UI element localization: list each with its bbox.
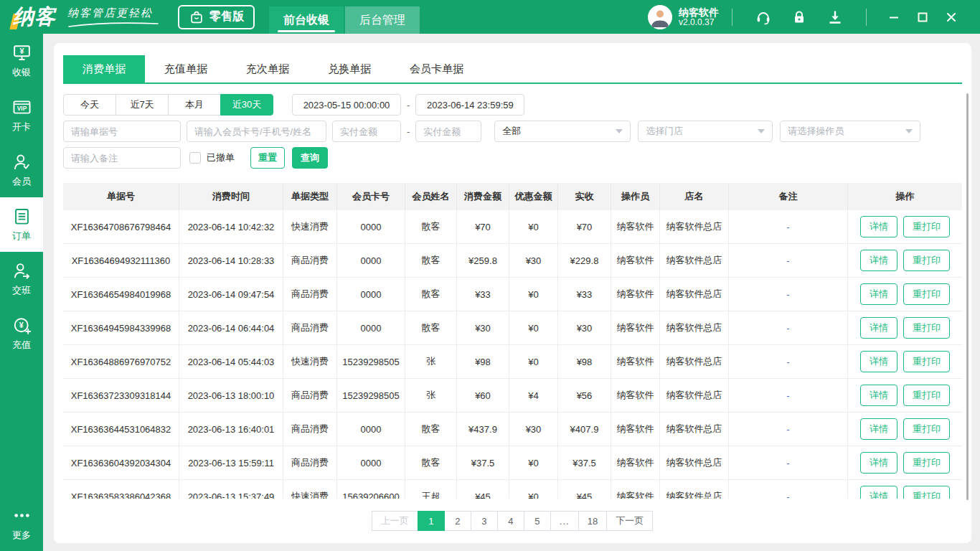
cell-type: 商品消费 bbox=[283, 379, 337, 412]
reprint-button[interactable]: 重打印 bbox=[903, 317, 950, 339]
reprint-button[interactable]: 重打印 bbox=[903, 452, 950, 474]
cell-actions: 详情 重打印 bbox=[848, 345, 962, 378]
sidebar-item-recharge[interactable]: ¥ 充值 bbox=[0, 306, 43, 361]
cell-amount: ¥33 bbox=[457, 278, 509, 311]
page-button[interactable]: ... bbox=[550, 511, 579, 531]
detail-button[interactable]: 详情 bbox=[860, 283, 897, 305]
sidebar-item-open-card[interactable]: VIP 开卡 bbox=[0, 88, 43, 143]
cell-card-no: 0000 bbox=[337, 278, 405, 311]
store-select[interactable]: 选择门店 bbox=[638, 121, 773, 142]
reprint-button[interactable]: 重打印 bbox=[903, 351, 950, 372]
search-button[interactable]: 查询 bbox=[292, 147, 328, 169]
customer-service-icon[interactable] bbox=[755, 9, 772, 26]
header-card-no: 会员卡号 bbox=[337, 183, 405, 210]
reprint-button[interactable]: 重打印 bbox=[903, 250, 950, 271]
detail-button[interactable]: 详情 bbox=[860, 418, 897, 440]
tab-recharge-orders[interactable]: 充值单据 bbox=[145, 55, 227, 83]
top-bar: 纳客 纳客管店更轻松 零售版 前台收银 后台管理 纳客软件 v2.0.0.37 bbox=[0, 0, 980, 34]
page-button[interactable]: 4 bbox=[497, 511, 524, 531]
remark-input[interactable] bbox=[63, 147, 181, 169]
tab-front-cashier[interactable]: 前台收银 bbox=[269, 6, 344, 34]
cell-discount: ¥0 bbox=[509, 278, 558, 311]
date-to-input[interactable] bbox=[415, 94, 524, 116]
svg-text:¥: ¥ bbox=[19, 47, 24, 55]
cell-order-no: XF16364945984339968 bbox=[63, 311, 179, 344]
cell-paid: ¥45 bbox=[558, 480, 611, 499]
table-row: XF16364945984339968 2023-06-14 06:44:04 … bbox=[63, 311, 962, 345]
range-month-button[interactable]: 本月 bbox=[168, 94, 221, 116]
cell-amount: ¥45 bbox=[457, 480, 509, 499]
cell-operator: 纳客软件 bbox=[611, 480, 660, 499]
quick-range-group: 今天 近7天 本月 近30天 bbox=[63, 94, 273, 116]
range-today-button[interactable]: 今天 bbox=[63, 94, 116, 116]
order-no-input[interactable] bbox=[63, 121, 181, 142]
app-logo: 纳客 bbox=[13, 3, 56, 32]
edition-button[interactable]: 零售版 bbox=[178, 5, 255, 29]
detail-button[interactable]: 详情 bbox=[860, 385, 897, 406]
maximize-button[interactable] bbox=[908, 3, 937, 32]
scrollbar[interactable] bbox=[966, 93, 969, 500]
cell-store: 纳客软件总店 bbox=[660, 413, 729, 446]
tab-consume-orders[interactable]: 消费单据 bbox=[63, 55, 145, 83]
page-button[interactable]: 上一页 bbox=[372, 511, 418, 531]
tab-times-orders[interactable]: 充次单据 bbox=[227, 55, 308, 83]
reset-button[interactable]: 重置 bbox=[250, 147, 285, 169]
reprint-button[interactable]: 重打印 bbox=[903, 486, 950, 499]
sidebar-item-shift[interactable]: 交班 bbox=[0, 252, 43, 306]
cell-actions: 详情 重打印 bbox=[848, 210, 962, 243]
scrollbar-thumb[interactable] bbox=[966, 93, 969, 500]
detail-button[interactable]: 详情 bbox=[860, 351, 897, 372]
sidebar-item-member[interactable]: 会员 bbox=[0, 143, 43, 197]
detail-button[interactable]: 详情 bbox=[860, 250, 897, 271]
detail-button[interactable]: 详情 bbox=[860, 486, 897, 499]
page-button[interactable]: 下一页 bbox=[606, 511, 653, 531]
reprint-button[interactable]: 重打印 bbox=[903, 418, 950, 440]
close-button[interactable] bbox=[937, 3, 966, 32]
range-30days-button[interactable]: 近30天 bbox=[220, 94, 273, 116]
avatar[interactable] bbox=[648, 5, 672, 29]
operator-select[interactable]: 请选择操作员 bbox=[780, 121, 920, 142]
revoked-label: 已撤单 bbox=[207, 151, 235, 164]
sidebar-item-label: 充值 bbox=[12, 339, 31, 352]
sidebar-item-more[interactable]: 更多 bbox=[0, 501, 43, 547]
cell-type: 商品消费 bbox=[283, 413, 337, 446]
detail-button[interactable]: 详情 bbox=[860, 317, 897, 339]
member-search-input[interactable] bbox=[187, 121, 326, 142]
page-button[interactable]: 18 bbox=[578, 511, 607, 531]
lock-icon[interactable] bbox=[791, 9, 808, 26]
cell-time: 2023-06-14 10:42:32 bbox=[179, 210, 283, 243]
page-button[interactable]: 1 bbox=[418, 511, 445, 531]
cell-discount: ¥4 bbox=[509, 379, 558, 412]
page-button[interactable]: 2 bbox=[444, 511, 471, 531]
page-button[interactable]: 5 bbox=[524, 511, 551, 531]
sidebar-item-orders[interactable]: 订单 bbox=[0, 197, 43, 252]
cell-type: 快速消费 bbox=[283, 345, 337, 378]
tab-member-card-orders[interactable]: 会员卡单据 bbox=[390, 55, 483, 83]
range-7days-button[interactable]: 近7天 bbox=[116, 94, 169, 116]
cell-remark: - bbox=[729, 210, 848, 243]
minimize-button[interactable] bbox=[880, 3, 908, 32]
cell-store: 纳客软件总店 bbox=[660, 311, 729, 344]
revoked-checkbox[interactable] bbox=[189, 152, 201, 164]
download-icon[interactable] bbox=[826, 9, 844, 26]
cell-actions: 详情 重打印 bbox=[848, 379, 962, 412]
date-from-input[interactable] bbox=[292, 94, 401, 116]
cell-actions: 详情 重打印 bbox=[848, 413, 962, 446]
detail-button[interactable]: 详情 bbox=[860, 216, 897, 237]
reprint-button[interactable]: 重打印 bbox=[903, 283, 950, 305]
tab-back-management[interactable]: 后台管理 bbox=[345, 6, 420, 34]
date-range-separator: - bbox=[407, 100, 410, 110]
reprint-button[interactable]: 重打印 bbox=[903, 216, 950, 237]
page-button[interactable]: 3 bbox=[471, 511, 498, 531]
reprint-button[interactable]: 重打印 bbox=[903, 385, 950, 406]
detail-button[interactable]: 详情 bbox=[860, 452, 897, 474]
order-type-select[interactable]: 全部 bbox=[494, 121, 631, 142]
amount-max-input[interactable] bbox=[415, 121, 481, 142]
revoked-checkbox-wrap[interactable]: 已撤单 bbox=[189, 151, 235, 164]
user-meta: 纳客软件 v2.0.0.37 bbox=[679, 6, 719, 28]
cell-remark: - bbox=[729, 311, 848, 344]
amount-min-input[interactable] bbox=[332, 121, 401, 142]
sidebar-item-cashier[interactable]: ¥ 收银 bbox=[0, 34, 43, 88]
tab-exchange-orders[interactable]: 兑换单据 bbox=[308, 55, 390, 83]
cell-remark: - bbox=[729, 379, 848, 412]
